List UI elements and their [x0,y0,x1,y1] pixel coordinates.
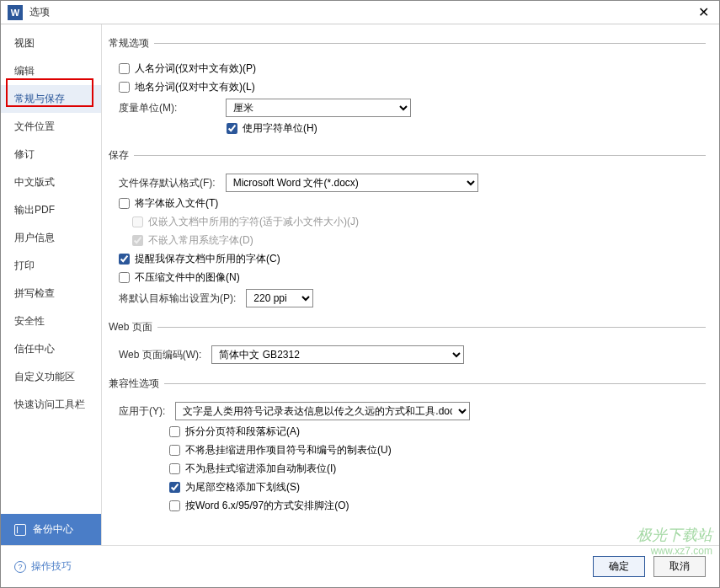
section-general: 常规选项 人名分词(仅对中文有效)(P) 地名分词(仅对中文有效)(L) 度量单… [109,36,706,140]
checkbox-remind-fonts[interactable]: 提醒我保存文档中所用的字体(C) [119,252,280,266]
sidebar-item-output-pdf[interactable]: 输出PDF [1,196,101,224]
footer: ? 操作技巧 确定 取消 [1,545,719,587]
checkbox-embed-only-used: 仅嵌入文档中所用的字符(适于减小文件大小)(J) [132,215,359,229]
apply-to-label: 应用于(Y): [119,404,165,419]
checkbox-embed-fonts[interactable]: 将字体嵌入文件(T) [119,196,218,211]
checkbox-remind-fonts-label: 提醒我保存文档中所用的字体(C) [135,252,280,266]
default-res-select[interactable]: 220 ppi [246,289,313,307]
checkbox-no-embed-system: 不嵌入常用系统字体(D) [132,233,253,248]
backup-center-button[interactable]: 备份中心 [1,514,101,545]
default-format-select[interactable]: Microsoft Word 文件(*.docx) [226,174,478,192]
checkbox-trailing-underline-label: 为尾部空格添加下划线(S) [185,480,300,494]
content-pane: 常规选项 人名分词(仅对中文有效)(P) 地名分词(仅对中文有效)(L) 度量单… [102,24,719,545]
window-title: 选项 [29,5,695,19]
sidebar: 视图 编辑 常规与保存 文件位置 修订 中文版式 输出PDF 用户信息 打印 拼… [1,24,102,545]
section-general-legend: 常规选项 [109,36,154,51]
checkbox-no-hanging[interactable]: 不将悬挂缩进用作项目符号和编号的制表位(U) [169,443,392,457]
unit-label: 度量单位(M): [119,101,177,115]
web-encoding-label: Web 页面编码(W): [119,348,201,362]
checkbox-embed-only-used-label: 仅嵌入文档中所用的字符(适于减小文件大小)(J) [148,215,359,229]
sidebar-item-view[interactable]: 视图 [1,29,101,57]
web-encoding-select[interactable]: 简体中文 GB2312 [211,345,464,364]
sidebar-item-chinese-layout[interactable]: 中文版式 [1,168,101,196]
checkbox-word6-footnote-label: 按Word 6.x/95/97的方式安排脚注(O) [185,499,349,513]
default-res-label: 将默认目标输出设置为(P): [119,291,236,306]
section-compat-legend: 兼容性选项 [109,377,164,391]
sidebar-item-spellcheck[interactable]: 拼写检查 [1,280,101,307]
section-compat: 兼容性选项 应用于(Y): 文字是人类用符号记录表达信息以传之久远的方式和工具.… [109,377,706,517]
sidebar-item-revision[interactable]: 修订 [1,141,101,168]
unit-select[interactable]: 厘米 [226,99,411,117]
checkbox-place-name[interactable]: 地名分词(仅对中文有效)(L) [119,80,255,94]
checkbox-char-unit[interactable]: 使用字符单位(H) [227,121,317,136]
cancel-button[interactable]: 取消 [653,556,706,577]
backup-label: 备份中心 [33,522,73,537]
ok-button[interactable]: 确定 [593,556,645,577]
checkbox-split-page-label: 拆分分页符和段落标记(A) [185,425,300,439]
apply-to-select[interactable]: 文字是人类用符号记录表达信息以传之久远的方式和工具.docx [175,402,470,420]
sidebar-item-quick-access[interactable]: 快速访问工具栏 [1,391,101,419]
app-icon: W [8,5,23,20]
checkbox-person-name-label: 人名分词(仅对中文有效)(P) [135,61,256,76]
sidebar-item-user-info[interactable]: 用户信息 [1,224,101,252]
close-icon[interactable]: ✕ [695,4,712,20]
checkbox-no-auto-tab[interactable]: 不为悬挂式缩进添加自动制表位(I) [169,462,336,476]
checkbox-trailing-underline[interactable]: 为尾部空格添加下划线(S) [169,480,300,494]
sidebar-item-general-save[interactable]: 常规与保存 [1,85,101,113]
checkbox-no-embed-system-label: 不嵌入常用系统字体(D) [148,233,253,248]
sidebar-item-security[interactable]: 安全性 [1,307,101,335]
checkbox-no-compress-images-label: 不压缩文件中的图像(N) [135,270,240,285]
checkbox-person-name[interactable]: 人名分词(仅对中文有效)(P) [119,61,256,76]
sidebar-item-trust-center[interactable]: 信任中心 [1,335,101,363]
sidebar-item-edit[interactable]: 编辑 [1,57,101,85]
checkbox-no-hanging-label: 不将悬挂缩进用作项目符号和编号的制表位(U) [185,443,392,457]
section-web: Web 页面 Web 页面编码(W): 简体中文 GB2312 [109,320,706,368]
default-format-label: 文件保存默认格式(F): [119,176,216,190]
section-save-legend: 保存 [109,148,134,163]
checkbox-word6-footnote[interactable]: 按Word 6.x/95/97的方式安排脚注(O) [169,499,349,513]
checkbox-no-auto-tab-label: 不为悬挂式缩进添加自动制表位(I) [185,462,336,476]
section-web-legend: Web 页面 [109,320,157,334]
sidebar-item-file-location[interactable]: 文件位置 [1,113,101,141]
checkbox-split-page[interactable]: 拆分分页符和段落标记(A) [169,425,300,439]
backup-icon [14,524,26,536]
tips-label: 操作技巧 [31,559,72,574]
sidebar-item-print[interactable]: 打印 [1,252,101,280]
section-save: 保存 文件保存默认格式(F): Microsoft Word 文件(*.docx… [109,148,706,312]
tips-link[interactable]: ? 操作技巧 [14,559,72,574]
checkbox-no-compress-images[interactable]: 不压缩文件中的图像(N) [119,270,240,285]
checkbox-char-unit-label: 使用字符单位(H) [243,121,317,136]
sidebar-item-custom-ribbon[interactable]: 自定义功能区 [1,363,101,391]
question-icon: ? [14,561,26,573]
checkbox-place-name-label: 地名分词(仅对中文有效)(L) [135,80,255,94]
checkbox-embed-fonts-label: 将字体嵌入文件(T) [135,196,218,211]
